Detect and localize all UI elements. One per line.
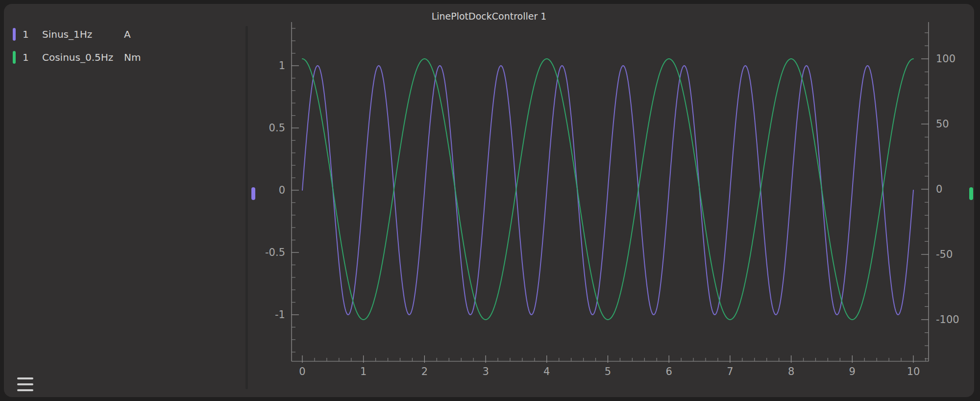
svg-text:4: 4 bbox=[543, 366, 550, 377]
svg-text:-50: -50 bbox=[936, 249, 953, 260]
svg-text:0.5: 0.5 bbox=[269, 122, 285, 134]
svg-text:-0.5: -0.5 bbox=[265, 247, 285, 258]
svg-text:100: 100 bbox=[936, 53, 956, 65]
svg-text:5: 5 bbox=[605, 366, 611, 377]
svg-text:10: 10 bbox=[907, 366, 920, 377]
svg-text:1: 1 bbox=[360, 366, 367, 377]
desktop: { "window": { "title": "LinePlotDockCont… bbox=[0, 0, 980, 401]
svg-text:-1: -1 bbox=[275, 309, 285, 321]
svg-text:-100: -100 bbox=[936, 314, 959, 326]
svg-text:6: 6 bbox=[666, 366, 672, 377]
svg-text:3: 3 bbox=[482, 366, 489, 377]
svg-text:0: 0 bbox=[299, 366, 305, 377]
svg-text:7: 7 bbox=[727, 366, 733, 377]
line-plot-canvas[interactable]: 012345678910-1-0.500.51-100-50050100 bbox=[0, 0, 980, 401]
svg-text:50: 50 bbox=[936, 118, 949, 130]
svg-text:8: 8 bbox=[788, 366, 794, 377]
svg-text:0: 0 bbox=[279, 184, 285, 196]
svg-text:1: 1 bbox=[279, 60, 285, 72]
svg-text:2: 2 bbox=[421, 366, 428, 377]
svg-text:9: 9 bbox=[849, 366, 856, 377]
svg-text:0: 0 bbox=[936, 183, 942, 195]
